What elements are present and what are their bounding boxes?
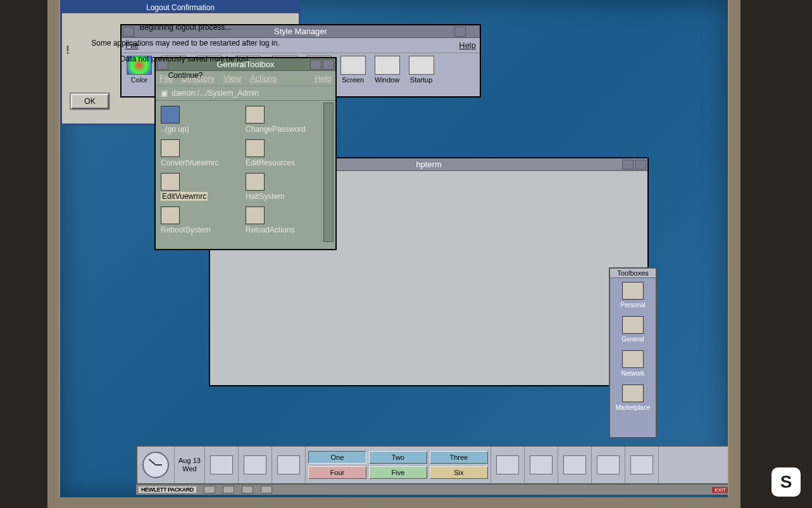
clock-cell[interactable] (137, 447, 175, 483)
lock-icon[interactable] (204, 486, 215, 493)
logout-line-3: Data not previously saved may be lost. (81, 51, 290, 67)
date-line-1: Aug 13 (178, 457, 201, 465)
item-edit-resources[interactable]: EditResources (246, 139, 328, 168)
mail-cell[interactable] (525, 447, 558, 483)
watermark-badge: S (771, 467, 801, 497)
host-icon: ▣ (161, 89, 168, 98)
sm-screen-icon[interactable]: Screen (340, 56, 366, 84)
logout-title: Logout Confirmation (146, 3, 215, 12)
logout-titlebar[interactable]: Logout Confirmation (62, 2, 299, 13)
apps-cell[interactable] (272, 447, 306, 483)
item-change-password[interactable]: ChangePassword (246, 106, 328, 134)
maximize-button[interactable] (323, 60, 334, 70)
minimize-button[interactable] (622, 160, 634, 170)
item-reboot-system[interactable]: RebootSystem (161, 206, 243, 235)
item-go-up[interactable]: ..(go up) (161, 106, 243, 134)
hpterm-title: hpterm (416, 160, 441, 169)
workspace-four[interactable]: Four (308, 466, 366, 479)
sm-window-icon[interactable]: Window (375, 56, 400, 84)
toolboxes-title: Toolboxes (610, 269, 656, 278)
toolbox-general[interactable]: General (610, 312, 656, 346)
help-cell[interactable] (625, 447, 659, 483)
sm-startup-icon[interactable]: Startup (409, 56, 434, 84)
trash-icon (563, 455, 586, 474)
bottom-bar: HEWLETT PACKARD EXIT (136, 485, 728, 495)
item-reload-actions[interactable]: ReloadActions (246, 206, 328, 235)
help-icon (630, 455, 653, 474)
toolbox-path-text: daeron:/.../System_Admin (172, 89, 259, 98)
misc-icon[interactable] (261, 486, 272, 493)
date-cell: Aug 13 Wed (175, 447, 205, 483)
mail-icon (530, 455, 553, 474)
toolbox-grid: ..(go up) ChangePassword ConvertVuewmrc … (156, 101, 335, 240)
front-panel: Aug 13 Wed One Two Three Four Five Six (136, 445, 728, 485)
workspace-three[interactable]: Three (430, 451, 488, 464)
ok-button[interactable]: OK (71, 94, 109, 109)
hp-logo: HEWLETT PACKARD (139, 486, 196, 493)
workspace-five[interactable]: Five (369, 466, 427, 479)
toolbox-personal[interactable]: Personal (610, 278, 656, 312)
toolbox-network[interactable]: Network (610, 346, 656, 381)
minimize-button[interactable] (310, 60, 322, 70)
busy-icon (223, 486, 234, 493)
warning-icon: ! (66, 39, 70, 63)
home-folder-cell[interactable] (205, 447, 239, 483)
logout-line-2: Some applications may need to be restart… (81, 35, 290, 51)
style-cell[interactable] (239, 447, 272, 483)
item-halt-system[interactable]: HaltSystem (246, 173, 328, 201)
menu-help[interactable]: Help (315, 73, 332, 83)
printer-icon (496, 455, 519, 474)
workspace-one[interactable]: One (308, 451, 366, 464)
maximize-button[interactable] (635, 160, 646, 170)
exit-button[interactable]: EXIT (712, 487, 728, 493)
date-line-2: Wed (182, 465, 196, 473)
clock-icon (142, 452, 169, 478)
toolbox-marketplace[interactable]: Marketplace (610, 381, 656, 415)
workspace-two[interactable]: Two (369, 451, 427, 464)
terminal-icon[interactable] (242, 486, 253, 493)
menu-help[interactable]: Help (459, 41, 476, 50)
printer-cell[interactable] (491, 447, 525, 483)
toolbox-cell[interactable] (592, 447, 625, 483)
logout-body: ! Beginning logout process... Some appli… (62, 13, 299, 90)
toolboxes-subpanel[interactable]: Toolboxes Personal General Network Marke… (609, 267, 657, 438)
home-icon (210, 455, 233, 474)
books-icon (277, 455, 300, 474)
workspace-switcher: One Two Three Four Five Six (306, 447, 491, 483)
toolbox-icon (597, 455, 620, 474)
vertical-scrollbar[interactable] (323, 103, 334, 242)
minimize-button[interactable] (454, 27, 466, 37)
logout-line-1: Beginning logout process... (81, 20, 290, 35)
item-edit-vuewmrc[interactable]: EditVuewmrc (161, 173, 243, 201)
palette-icon (244, 455, 266, 474)
item-convert-vuewmrc[interactable]: ConvertVuewmrc (161, 139, 243, 168)
logout-line-4: Continue? (81, 68, 290, 84)
workspace-six[interactable]: Six (430, 466, 488, 479)
trash-cell[interactable] (558, 447, 592, 483)
